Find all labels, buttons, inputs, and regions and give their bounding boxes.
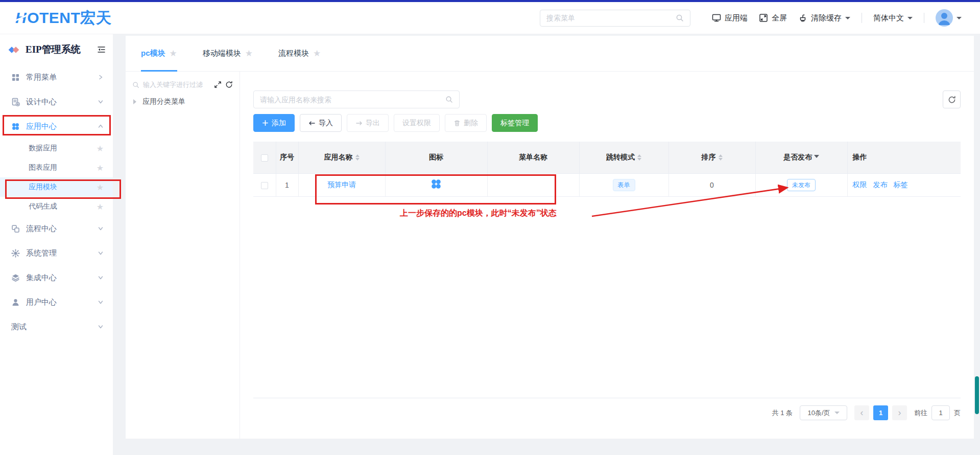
star-icon[interactable]: ★ <box>313 48 321 59</box>
plus-icon <box>262 120 269 126</box>
col-app-name[interactable]: 应用名称 <box>298 142 385 173</box>
sidebar-item-integration-center[interactable]: 集成中心 <box>0 265 113 290</box>
expand-icon[interactable] <box>214 81 222 88</box>
goto-page-input[interactable] <box>931 405 950 420</box>
publish-link[interactable]: 发布 <box>873 180 888 189</box>
sort-icon[interactable] <box>355 152 360 163</box>
table-refresh-button[interactable] <box>943 90 961 108</box>
chevron-up-icon <box>98 123 104 129</box>
col-publish[interactable]: 是否发布 <box>755 142 847 173</box>
goto-label: 前往 <box>914 408 927 418</box>
fullscreen-icon <box>759 13 768 22</box>
select-all-header <box>253 142 276 173</box>
delete-button[interactable]: 删除 <box>445 114 487 132</box>
permission-link[interactable]: 权限 <box>853 180 867 189</box>
language-select[interactable]: 简体中文 <box>873 13 913 23</box>
sidebar-item-test[interactable]: 测试 <box>0 314 113 339</box>
user-icon <box>11 298 20 307</box>
arrow-left-icon <box>308 120 316 127</box>
tag-manage-button[interactable]: 标签管理 <box>492 114 538 132</box>
sort-icon[interactable] <box>637 152 641 163</box>
row-sort: 0 <box>668 173 755 196</box>
tree-expand-arrow-icon[interactable] <box>133 99 139 104</box>
logo-mark: H <box>15 9 27 27</box>
tree-node-app-category[interactable]: 应用分类菜单 <box>132 97 233 106</box>
current-page-button[interactable]: 1 <box>873 405 888 420</box>
export-button[interactable]: 导出 <box>347 114 389 132</box>
chevron-down-icon <box>98 275 104 281</box>
prev-page-button[interactable]: ‹ <box>854 405 869 420</box>
col-jump-mode[interactable]: 跳转模式 <box>579 142 668 173</box>
divider <box>862 13 862 23</box>
star-icon[interactable]: ★ <box>245 48 253 59</box>
app-name-link[interactable]: 预算申请 <box>327 180 356 189</box>
add-button[interactable]: 添加 <box>253 114 295 132</box>
chevron-down-icon <box>98 299 104 305</box>
tab-pc-module[interactable]: pc模块 ★ <box>141 36 177 71</box>
table-row: 1 预算申请 表单 0 未发布 权限发布标签 <box>253 173 961 196</box>
tag-link[interactable]: 标签 <box>894 180 908 189</box>
set-permission-button[interactable]: 设置权限 <box>394 114 440 132</box>
avatar[interactable] <box>936 9 953 27</box>
sidebar-item-chart-app[interactable]: 图表应用 ★ <box>0 158 113 177</box>
brand-logo[interactable]: HOTENT宏天 <box>15 8 111 29</box>
app-header: HOTENT宏天 应用端 全屏 清除缓存 简体中文 <box>0 2 980 34</box>
select-all-checkbox[interactable] <box>261 154 268 162</box>
sidebar-item-app-module[interactable]: 应用模块 ★ <box>0 177 113 197</box>
total-count: 共 1 条 <box>772 408 793 418</box>
gear-icon <box>11 249 20 258</box>
search-icon <box>132 81 139 88</box>
next-page-button[interactable]: › <box>892 405 907 420</box>
search-icon[interactable] <box>676 14 684 22</box>
collapse-sidebar-icon[interactable] <box>97 46 106 54</box>
app-client-button[interactable]: 应用端 <box>712 13 748 23</box>
filter-icon[interactable] <box>814 155 819 161</box>
pagination: 共 1 条 10条/页 ‹ 1 › 前往 页 <box>253 405 961 420</box>
row-checkbox[interactable] <box>261 182 268 189</box>
design-doc-icon <box>11 98 20 106</box>
page-size-select[interactable]: 10条/页 <box>800 405 847 420</box>
tab-mobile-module[interactable]: 移动端模块 ★ <box>203 36 253 71</box>
col-sort[interactable]: 排序 <box>668 142 755 173</box>
star-icon[interactable]: ★ <box>97 144 104 153</box>
import-button[interactable]: 导入 <box>300 114 342 132</box>
chevron-down-icon <box>834 412 840 417</box>
refresh-icon[interactable] <box>225 81 233 88</box>
chevron-down-icon <box>98 99 104 105</box>
sidebar-item-data-app[interactable]: 数据应用 ★ <box>0 139 113 158</box>
chevron-down-icon <box>98 250 104 256</box>
app-search-box[interactable] <box>253 90 460 108</box>
diamond-logo-icon <box>7 43 21 57</box>
tab-flow-module[interactable]: 流程模块 ★ <box>278 36 321 71</box>
star-icon[interactable]: ★ <box>97 163 104 173</box>
sidebar-item-system-manage[interactable]: 系统管理 <box>0 241 113 265</box>
app-search-input[interactable] <box>260 96 445 104</box>
star-icon[interactable]: ★ <box>97 183 104 192</box>
tree-filter-input[interactable] <box>143 81 210 88</box>
row-menu-name <box>487 173 579 196</box>
search-icon[interactable] <box>445 96 453 103</box>
clear-cache-button[interactable]: 清除缓存 <box>798 13 850 23</box>
sidebar-item-app-center[interactable]: 应用中心 <box>0 114 113 139</box>
menu-search-box[interactable] <box>540 10 690 27</box>
menu-search-input[interactable] <box>546 14 676 22</box>
sidebar-item-common-menu[interactable]: 常用菜单 <box>0 65 113 89</box>
sidebar-item-user-center[interactable]: 用户中心 <box>0 290 113 314</box>
chevron-down-icon <box>907 17 913 22</box>
jump-mode-tag: 表单 <box>613 179 635 191</box>
grid-icon <box>11 73 20 82</box>
sidebar-header: EIP管理系统 <box>0 34 113 65</box>
sidebar-item-design-center[interactable]: 设计中心 <box>0 89 113 114</box>
scrollbar-thumb[interactable] <box>975 376 979 414</box>
publish-status-badge: 未发布 <box>787 179 816 191</box>
sidebar-item-flow-center[interactable]: 流程中心 <box>0 216 113 241</box>
chevron-down-icon <box>845 17 850 22</box>
user-menu[interactable] <box>936 9 962 27</box>
col-index: 序号 <box>276 142 298 173</box>
star-icon[interactable]: ★ <box>170 48 177 59</box>
star-icon[interactable]: ★ <box>97 202 104 212</box>
logo-text: OTENT宏天 <box>27 8 111 29</box>
sidebar-item-code-gen[interactable]: 代码生成 ★ <box>0 197 113 216</box>
fullscreen-button[interactable]: 全屏 <box>759 13 787 23</box>
sort-icon[interactable] <box>719 152 723 163</box>
